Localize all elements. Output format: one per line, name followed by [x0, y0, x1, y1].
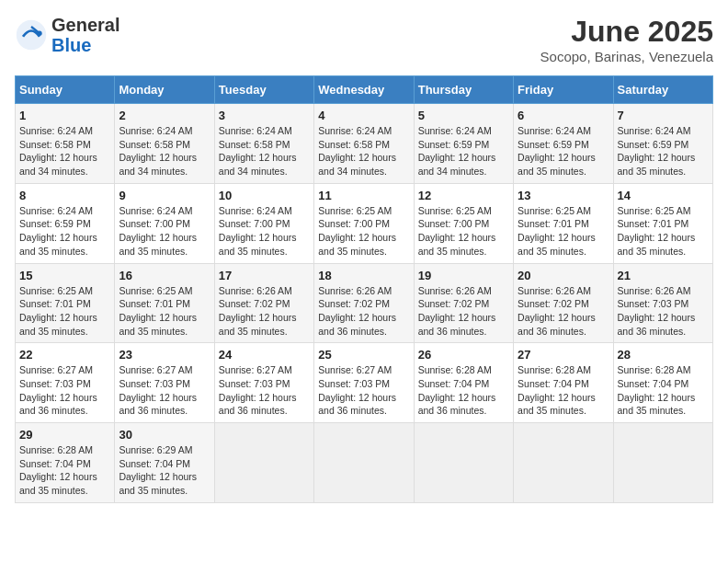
day-info: Sunrise: 6:27 AMSunset: 7:03 PMDaylight:… — [318, 363, 409, 418]
month-year: June 2025 — [540, 15, 713, 49]
day-info: Sunrise: 6:26 AMSunset: 7:02 PMDaylight:… — [418, 284, 509, 339]
calendar-cell: 17Sunrise: 6:26 AMSunset: 7:02 PMDayligh… — [214, 263, 313, 343]
day-of-week-sunday: Sunday — [16, 76, 115, 104]
day-of-week-saturday: Saturday — [613, 76, 712, 104]
calendar-cell: 8Sunrise: 6:24 AMSunset: 6:59 PMDaylight… — [16, 183, 115, 263]
day-info: Sunrise: 6:24 AMSunset: 6:58 PMDaylight:… — [119, 124, 210, 178]
day-of-week-tuesday: Tuesday — [214, 76, 313, 104]
calendar-cell — [613, 423, 712, 503]
calendar-cell: 2Sunrise: 6:24 AMSunset: 6:58 PMDaylight… — [115, 104, 214, 184]
day-number: 3 — [219, 109, 310, 122]
calendar-cell: 22Sunrise: 6:27 AMSunset: 7:03 PMDayligh… — [16, 343, 115, 423]
calendar-cell: 24Sunrise: 6:27 AMSunset: 7:03 PMDayligh… — [214, 343, 313, 423]
day-number: 28 — [618, 348, 709, 362]
calendar-cell: 11Sunrise: 6:25 AMSunset: 7:00 PMDayligh… — [314, 183, 414, 263]
day-info: Sunrise: 6:24 AMSunset: 7:00 PMDaylight:… — [219, 204, 310, 259]
page-header: General Blue June 2025 Socopo, Barinas, … — [15, 15, 713, 64]
svg-point-0 — [17, 20, 46, 50]
day-number: 4 — [318, 109, 409, 122]
day-number: 13 — [518, 189, 609, 202]
day-number: 18 — [318, 269, 409, 282]
day-info: Sunrise: 6:27 AMSunset: 7:03 PMDaylight:… — [119, 363, 210, 418]
location: Socopo, Barinas, Venezuela — [540, 49, 713, 64]
day-number: 7 — [618, 109, 709, 122]
day-info: Sunrise: 6:24 AMSunset: 6:58 PMDaylight:… — [19, 124, 110, 178]
calendar-cell: 7Sunrise: 6:24 AMSunset: 6:59 PMDaylight… — [613, 104, 712, 184]
calendar-week-5: 29Sunrise: 6:28 AMSunset: 7:04 PMDayligh… — [16, 423, 713, 503]
day-info: Sunrise: 6:28 AMSunset: 7:04 PMDaylight:… — [618, 363, 709, 418]
calendar-week-3: 15Sunrise: 6:25 AMSunset: 7:01 PMDayligh… — [16, 263, 713, 343]
day-info: Sunrise: 6:27 AMSunset: 7:03 PMDaylight:… — [19, 363, 110, 418]
day-info: Sunrise: 6:28 AMSunset: 7:04 PMDaylight:… — [19, 443, 110, 498]
day-of-week-friday: Friday — [514, 76, 613, 104]
calendar-header-row: SundayMondayTuesdayWednesdayThursdayFrid… — [16, 76, 713, 104]
day-number: 19 — [418, 269, 509, 282]
calendar-cell — [314, 423, 414, 503]
calendar-cell: 12Sunrise: 6:25 AMSunset: 7:00 PMDayligh… — [414, 183, 513, 263]
calendar-cell: 6Sunrise: 6:24 AMSunset: 6:59 PMDaylight… — [514, 104, 613, 184]
day-number: 9 — [119, 189, 210, 202]
day-info: Sunrise: 6:24 AMSunset: 6:59 PMDaylight:… — [418, 124, 509, 178]
day-info: Sunrise: 6:26 AMSunset: 7:02 PMDaylight:… — [219, 284, 310, 339]
calendar-cell: 5Sunrise: 6:24 AMSunset: 6:59 PMDaylight… — [414, 104, 513, 184]
day-number: 10 — [219, 189, 310, 202]
day-of-week-thursday: Thursday — [414, 76, 513, 104]
day-number: 16 — [119, 269, 210, 282]
calendar-cell: 28Sunrise: 6:28 AMSunset: 7:04 PMDayligh… — [613, 343, 712, 423]
day-number: 30 — [119, 428, 210, 442]
day-number: 6 — [518, 109, 609, 122]
day-number: 26 — [418, 348, 509, 362]
day-number: 21 — [618, 269, 709, 282]
day-number: 14 — [618, 189, 709, 202]
calendar-cell: 21Sunrise: 6:26 AMSunset: 7:03 PMDayligh… — [613, 263, 712, 343]
day-number: 8 — [19, 189, 110, 202]
calendar-cell: 23Sunrise: 6:27 AMSunset: 7:03 PMDayligh… — [115, 343, 214, 423]
calendar-cell: 30Sunrise: 6:29 AMSunset: 7:04 PMDayligh… — [115, 423, 214, 503]
calendar-cell: 1Sunrise: 6:24 AMSunset: 6:58 PMDaylight… — [16, 104, 115, 184]
logo-icon — [15, 18, 48, 52]
day-number: 22 — [19, 348, 110, 362]
day-number: 12 — [418, 189, 509, 202]
svg-point-1 — [37, 31, 41, 36]
day-number: 23 — [119, 348, 210, 362]
calendar-cell: 13Sunrise: 6:25 AMSunset: 7:01 PMDayligh… — [514, 183, 613, 263]
logo-blue-text: Blue — [51, 35, 91, 55]
calendar-cell: 9Sunrise: 6:24 AMSunset: 7:00 PMDaylight… — [115, 183, 214, 263]
day-info: Sunrise: 6:25 AMSunset: 7:01 PMDaylight:… — [19, 284, 110, 339]
day-info: Sunrise: 6:25 AMSunset: 7:00 PMDaylight:… — [318, 204, 409, 259]
calendar-cell — [214, 423, 313, 503]
day-number: 29 — [19, 428, 110, 442]
calendar-week-1: 1Sunrise: 6:24 AMSunset: 6:58 PMDaylight… — [16, 104, 713, 184]
day-info: Sunrise: 6:29 AMSunset: 7:04 PMDaylight:… — [119, 443, 210, 498]
day-info: Sunrise: 6:26 AMSunset: 7:02 PMDaylight:… — [318, 284, 409, 339]
day-info: Sunrise: 6:25 AMSunset: 7:00 PMDaylight:… — [418, 204, 509, 259]
calendar-cell — [414, 423, 513, 503]
calendar-cell: 25Sunrise: 6:27 AMSunset: 7:03 PMDayligh… — [314, 343, 414, 423]
logo-general-text: General — [51, 15, 119, 35]
day-info: Sunrise: 6:24 AMSunset: 6:59 PMDaylight:… — [618, 124, 709, 178]
calendar-cell: 16Sunrise: 6:25 AMSunset: 7:01 PMDayligh… — [115, 263, 214, 343]
title-block: June 2025 Socopo, Barinas, Venezuela — [540, 15, 713, 64]
calendar-cell: 3Sunrise: 6:24 AMSunset: 6:58 PMDaylight… — [214, 104, 313, 184]
calendar-week-4: 22Sunrise: 6:27 AMSunset: 7:03 PMDayligh… — [16, 343, 713, 423]
day-of-week-monday: Monday — [115, 76, 214, 104]
calendar-cell — [514, 423, 613, 503]
calendar-table: SundayMondayTuesdayWednesdayThursdayFrid… — [15, 75, 713, 503]
calendar-week-2: 8Sunrise: 6:24 AMSunset: 6:59 PMDaylight… — [16, 183, 713, 263]
calendar-cell: 4Sunrise: 6:24 AMSunset: 6:58 PMDaylight… — [314, 104, 414, 184]
calendar-cell: 29Sunrise: 6:28 AMSunset: 7:04 PMDayligh… — [16, 423, 115, 503]
calendar-cell: 14Sunrise: 6:25 AMSunset: 7:01 PMDayligh… — [613, 183, 712, 263]
day-info: Sunrise: 6:28 AMSunset: 7:04 PMDaylight:… — [418, 363, 509, 418]
calendar-cell: 26Sunrise: 6:28 AMSunset: 7:04 PMDayligh… — [414, 343, 513, 423]
calendar-cell: 27Sunrise: 6:28 AMSunset: 7:04 PMDayligh… — [514, 343, 613, 423]
day-info: Sunrise: 6:24 AMSunset: 6:59 PMDaylight:… — [518, 124, 609, 178]
day-number: 24 — [219, 348, 310, 362]
calendar-cell: 19Sunrise: 6:26 AMSunset: 7:02 PMDayligh… — [414, 263, 513, 343]
day-number: 15 — [19, 269, 110, 282]
calendar-cell: 15Sunrise: 6:25 AMSunset: 7:01 PMDayligh… — [16, 263, 115, 343]
day-info: Sunrise: 6:24 AMSunset: 7:00 PMDaylight:… — [119, 204, 210, 259]
day-info: Sunrise: 6:27 AMSunset: 7:03 PMDaylight:… — [219, 363, 310, 418]
day-info: Sunrise: 6:26 AMSunset: 7:02 PMDaylight:… — [518, 284, 609, 339]
day-number: 20 — [518, 269, 609, 282]
logo: General Blue — [15, 15, 119, 55]
